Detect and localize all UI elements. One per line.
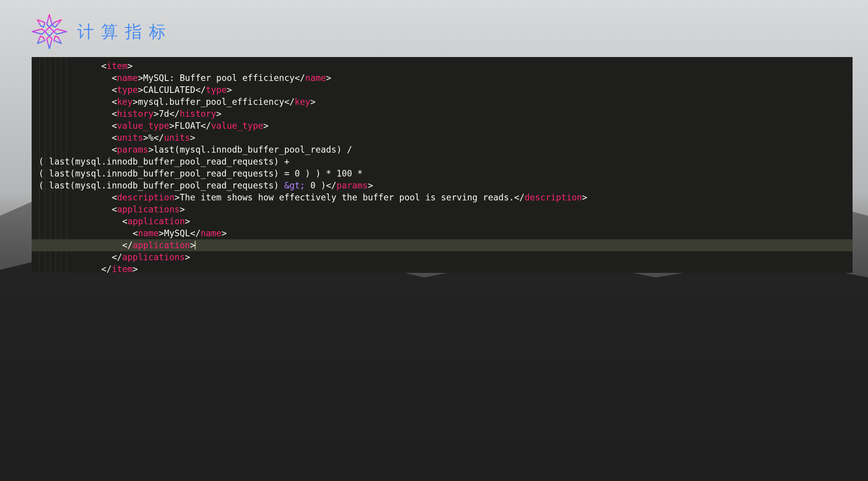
code-line: <name>MySQL: Buffer pool efficiency</nam… [32, 72, 853, 84]
svg-marker-2 [47, 36, 52, 49]
code-line: <applications> [32, 204, 853, 215]
svg-marker-4 [52, 20, 61, 27]
code-line: <params>last(mysql.innodb_buffer_pool_re… [32, 144, 853, 156]
code-line: </item> [32, 263, 853, 273]
code-line: ( last(mysql.innodb_buffer_pool_read_req… [32, 180, 853, 192]
code-line: <name>MySQL</name> [32, 227, 853, 239]
code-line: <item> [32, 60, 853, 72]
star-logo-icon [31, 13, 68, 50]
code-line: <units>%</units> [32, 132, 853, 144]
text-cursor [195, 241, 196, 249]
code-line: <history>7d</history> [32, 108, 853, 120]
code-line: <key>mysql.buffer_pool_efficiency</key> [32, 96, 853, 108]
slide-header: 计算指标 [23, 13, 845, 50]
code-editor[interactable]: <item> <name>MySQL: Buffer pool efficien… [32, 57, 853, 273]
code-line: <description>The item shows how effectiv… [32, 192, 853, 204]
code-line: ( last(mysql.innodb_buffer_pool_read_req… [32, 168, 853, 180]
code-line: <type>CALCULATED</type> [32, 84, 853, 96]
svg-marker-0 [47, 15, 52, 27]
svg-marker-3 [32, 29, 45, 34]
svg-marker-6 [37, 36, 45, 44]
code-line: </applications> [32, 251, 853, 263]
code-line-active: </application> [32, 239, 853, 251]
svg-marker-7 [37, 20, 45, 27]
slide-title: 计算指标 [77, 20, 173, 43]
svg-marker-5 [54, 36, 61, 44]
code-line: <value_type>FLOAT</value_type> [32, 120, 853, 132]
slide: 计算指标 <item> <name>MySQL: Buffer pool eff… [0, 0, 868, 481]
svg-marker-1 [54, 29, 67, 34]
code-line: ( last(mysql.innodb_buffer_pool_read_req… [32, 156, 853, 168]
code-line: <application> [32, 215, 853, 227]
svg-marker-8 [45, 27, 54, 36]
